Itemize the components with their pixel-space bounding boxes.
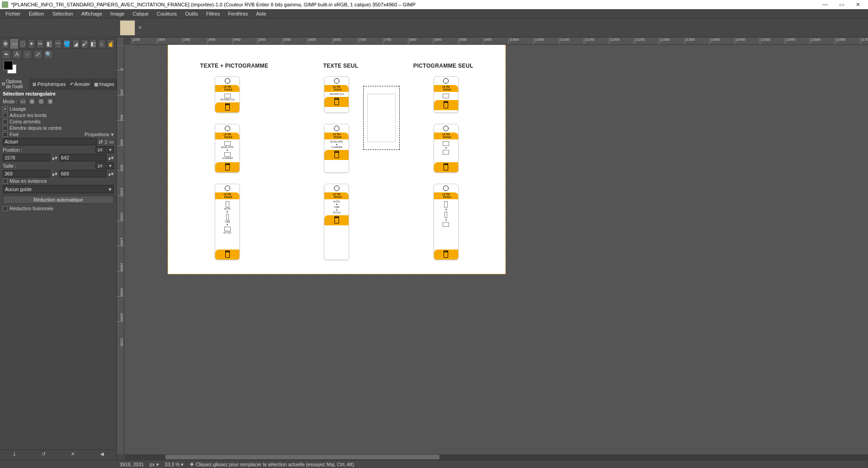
tab-images[interactable]: ▦ Images [92,78,116,90]
notice-icon [224,227,231,231]
portrait-icon[interactable]: ▯ [105,139,107,144]
tool-text[interactable]: A [12,50,21,59]
menu-windows[interactable]: Fenêtres [224,10,251,17]
size-h-input[interactable] [59,170,107,177]
mode-add[interactable]: ⊕ [28,98,36,105]
autoshrink-button[interactable]: Réduction automatique [3,196,114,204]
merged-label: Réduction fusionnée [10,206,53,211]
reset-icon[interactable]: ◀ [98,451,106,458]
triman-icon [334,126,339,131]
tool-rect-select[interactable]: ▭ [11,39,18,48]
menu-view[interactable]: Affichage [78,10,106,17]
status-unit[interactable]: px ▾ [147,462,162,467]
landscape-icon[interactable]: ▭ [109,139,114,144]
spinner-icon[interactable]: ▴▾ [108,171,114,176]
canvas[interactable]: TEXTE + PICTOGRAMME TEXTE SEUL PICTOGRAM… [124,45,868,454]
image-tab-thumb[interactable] [120,20,135,36]
col-header-1: TEXTE + PICTOGRAMME [200,63,268,69]
document-page: TEXTE + PICTOGRAMME TEXTE SEUL PICTOGRAM… [168,45,506,274]
tool-crop[interactable]: ✂ [37,39,44,48]
minimize-button[interactable]: ― [817,1,833,8]
fixed-value[interactable]: Proportions [21,132,109,137]
prospectus-icon [224,94,231,98]
tool-gradient[interactable]: ◢ [72,39,79,48]
tool-move[interactable]: ✥ [2,39,9,48]
status-zoom[interactable]: 33,3 % ▾ [162,462,187,467]
spinner-icon[interactable]: ▴▾ [52,171,58,176]
color-swatches[interactable] [4,61,22,74]
menu-layer[interactable]: Calque [129,10,152,17]
restore-icon[interactable]: ↺ [40,451,48,458]
box-icon [226,201,229,207]
spinner-icon[interactable]: ▴▾ [108,155,114,160]
spinner-icon[interactable]: ▴▾ [52,155,58,160]
aspect-input[interactable] [3,138,97,145]
merged-checkbox[interactable] [3,206,8,211]
bin-icon [334,99,339,105]
size-unit[interactable]: px▾ [95,162,114,169]
ruler-horizontal[interactable]: |250|300|350|400|450|500|550|600|650|700… [132,37,868,45]
save-preset-icon[interactable]: ⤓ [11,451,18,458]
tool-path[interactable]: ✒ [2,50,11,59]
tool-smudge[interactable]: ☝ [107,39,115,48]
tool-brush[interactable]: 🖌 [81,39,88,48]
tab-tool-options[interactable]: ⧉ Options de l'outil [0,78,30,90]
expand-checkbox[interactable] [3,126,8,131]
pos-x-input[interactable] [3,154,50,161]
tool-bucket[interactable]: 🪣 [63,39,71,48]
menu-file[interactable]: Fichier [2,10,24,17]
close-button[interactable]: ✕ [850,1,866,8]
tool-warp[interactable]: 〰 [54,39,62,48]
label-tile: LE TRI+ FACILE++ [434,184,459,260]
mode-intersect[interactable]: ⊗ [47,98,54,105]
ruler-vertical[interactable]: 0200400600800100012001400160018002000220… [117,45,124,454]
tool-free-select[interactable]: ◌ [19,39,26,48]
triman-icon [443,186,449,191]
mode-replace[interactable]: ▭ [19,98,26,105]
courrier-icon [443,150,449,154]
menu-filters[interactable]: Filtres [202,10,223,17]
tool-transform[interactable]: ◧ [45,39,53,48]
tab-undo[interactable]: ↶ Annuler [68,78,92,90]
feather-checkbox[interactable] [3,113,8,118]
tool-eraser[interactable]: ◧ [90,39,97,48]
rounded-checkbox[interactable] [3,119,8,124]
tool-fuzzy-select[interactable]: ✦ [28,39,35,48]
col-header-2: TEXTE SEUL [323,63,358,69]
mode-label: Mode : [3,99,17,104]
tool-picker[interactable]: ⟋ [23,50,32,59]
box-icon [444,201,448,207]
antialias-checkbox[interactable] [3,106,8,112]
ruler-corner[interactable] [117,37,124,45]
mode-subtract[interactable]: ⊖ [37,98,45,105]
app-logo [2,1,8,8]
menu-edit[interactable]: Édition [25,10,48,17]
selection-marquee[interactable] [363,86,400,150]
tool-measure[interactable]: ⤢ [33,50,42,59]
size-w-input[interactable] [3,170,50,177]
pos-y-input[interactable] [59,154,107,161]
guides-dropdown[interactable]: Aucun guide▾ [3,185,114,193]
delete-icon[interactable]: ✕ [69,451,76,458]
menu-tools[interactable]: Outils [181,10,201,17]
maximize-button[interactable]: ▭ [833,1,850,8]
fixed-checkbox[interactable] [3,132,8,137]
tab-images-label: Images [99,82,114,87]
tool-clone[interactable]: ⌕ [98,39,106,48]
scrollbar-thumb[interactable] [165,455,439,459]
menu-select[interactable]: Sélection [49,10,77,17]
envelope-icon [224,141,231,146]
highlight-checkbox[interactable] [3,179,8,184]
tool-zoom[interactable]: 🔍 [44,50,53,59]
tab-devices[interactable]: 🖥 Périphériques [30,78,68,90]
fg-color[interactable] [4,61,13,70]
position-unit[interactable]: px▾ [95,146,114,153]
chevron-down-icon[interactable]: ▾ [111,132,114,137]
menu-image[interactable]: Image [107,10,128,17]
menu-colors[interactable]: Couleurs [153,10,180,17]
menu-help[interactable]: Aide [253,10,270,17]
swap-icon[interactable]: ⇄ [99,139,103,144]
image-tab-close-icon[interactable]: ✕ [138,25,142,31]
prospectus-icon [443,94,449,98]
scrollbar-horizontal[interactable] [124,454,868,460]
